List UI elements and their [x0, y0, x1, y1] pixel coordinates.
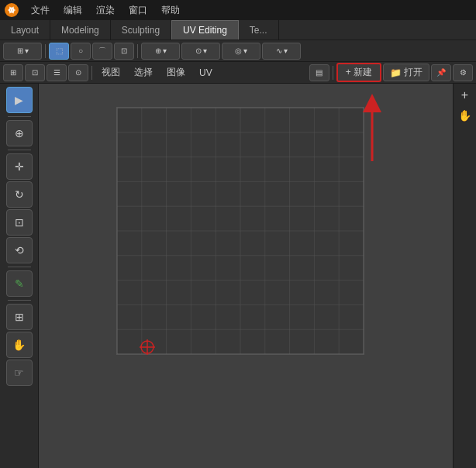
view-menu[interactable]: 视图 — [95, 64, 126, 81]
tool-grab[interactable]: ✋ — [6, 332, 33, 358]
tab-sculpting[interactable]: Sculpting — [111, 20, 171, 40]
icon1: ⊞ — [10, 68, 16, 77]
transform-icon: ⟲ — [15, 244, 24, 256]
cursor-icon: ⊕ — [155, 46, 161, 55]
zoom-in-icon: + — [461, 88, 468, 102]
sep1 — [45, 44, 46, 58]
select-more-icon: ⊡ — [121, 46, 127, 55]
uv-grid — [116, 107, 364, 355]
grab-icon: ✋ — [12, 339, 26, 351]
toolbar-row1: ⊞ ▾ ⬚ ○ ⌒ ⊡ ⊕ ▾ ⊙ ▾ ◎ ▾ ∿ ▾ — [0, 40, 476, 62]
menu-window[interactable]: 窗口 — [122, 2, 153, 19]
wave-icon: ∿ — [276, 46, 282, 55]
left-toolbar: ▶ ⊕ ✛ ↻ ⊡ ⟲ ✎ ⊞ ✋ ☞ — [0, 84, 39, 468]
wave-btn[interactable]: ∿ ▾ — [262, 43, 301, 60]
lt-sep2 — [8, 150, 31, 150]
select-lasso-icon: ⌒ — [98, 46, 106, 57]
toolbar-row2: ⊞ ⊡ ☰ ⊙ 视图 选择 图像 UV ▤ + 新建 📁 打开 📌 ⚙ — [0, 62, 476, 84]
tab-uv-editing[interactable]: UV Editing — [171, 20, 239, 40]
tabs-bar: Layout Modeling Sculpting UV Editing Te.… — [0, 20, 476, 40]
tab-modeling[interactable]: Modeling — [50, 20, 111, 40]
toolbar-icon4[interactable]: ⊙ — [68, 64, 88, 81]
move-icon: ✛ — [15, 160, 24, 173]
pan-icon: ✋ — [458, 109, 471, 122]
select-circle-icon: ○ — [78, 46, 83, 55]
settings-btn[interactable]: ⚙ — [453, 64, 473, 81]
tab-layout[interactable]: Layout — [0, 20, 50, 40]
sep2 — [137, 44, 138, 58]
editor-type-btn[interactable]: ⊞ ▾ — [3, 43, 42, 60]
uv-menu[interactable]: UV — [193, 66, 219, 80]
select-box-icon: ⬚ — [56, 46, 63, 55]
pan-btn[interactable]: ✋ — [457, 107, 474, 124]
uv-cursor — [138, 338, 153, 353]
select-circle-btn[interactable]: ○ — [71, 43, 91, 60]
right-toolbar: + ✋ — [453, 84, 476, 468]
editor-type-icon: ⊞ — [17, 46, 23, 55]
snap-icon: ⊙ — [195, 46, 202, 55]
pointer-icon: ☞ — [14, 366, 24, 379]
top-menu-bar: 文件 编辑 渲染 窗口 帮助 — [0, 0, 476, 20]
image-menu[interactable]: 图像 — [160, 64, 191, 81]
select-icon: ▶ — [15, 94, 23, 106]
menu-edit[interactable]: 编辑 — [57, 2, 88, 19]
scale-icon: ⊡ — [15, 216, 24, 229]
snap-btn[interactable]: ⊙ ▾ — [181, 43, 220, 60]
tool-cursor[interactable]: ⊕ — [6, 120, 33, 146]
sep4 — [333, 66, 333, 80]
sep3 — [91, 66, 92, 80]
toolbar-icon1[interactable]: ⊞ — [3, 64, 23, 81]
open-icon: 📁 — [390, 67, 402, 78]
image-display-icon: ▤ — [316, 68, 323, 77]
icon4: ⊙ — [75, 68, 81, 77]
proportional-btn[interactable]: ◎ ▾ — [222, 43, 260, 60]
lt-sep4 — [8, 300, 31, 301]
cursor-btn[interactable]: ⊕ ▾ — [141, 43, 180, 60]
annotate-icon: ✎ — [15, 277, 24, 290]
pin-icon: 📌 — [436, 68, 446, 77]
image-display-btn[interactable]: ▤ — [309, 64, 329, 81]
toolbar-icon3[interactable]: ☰ — [47, 64, 67, 81]
open-label: 打开 — [404, 66, 423, 79]
pin-btn[interactable]: 📌 — [431, 64, 451, 81]
tab-more[interactable]: Te... — [239, 20, 279, 40]
tool-grid[interactable]: ⊞ — [6, 304, 33, 330]
open-button[interactable]: 📁 打开 — [383, 64, 429, 81]
proportional-icon: ◎ — [235, 46, 242, 55]
cursor-tool-icon: ⊕ — [15, 127, 24, 139]
tool-move[interactable]: ✛ — [6, 153, 33, 180]
grid-icon: ⊞ — [15, 311, 24, 323]
select-box-btn[interactable]: ⬚ — [49, 43, 69, 60]
canvas-area[interactable] — [39, 84, 453, 468]
icon3: ☰ — [53, 68, 60, 77]
select-lasso-btn[interactable]: ⌒ — [92, 43, 112, 60]
tool-scale[interactable]: ⊡ — [6, 209, 33, 236]
select-menu[interactable]: 选择 — [128, 64, 159, 81]
tool-annotate[interactable]: ✎ — [6, 270, 33, 297]
tool-select[interactable]: ▶ — [6, 87, 33, 113]
zoom-in-btn[interactable]: + — [457, 87, 474, 104]
editor-type-arrow: ▾ — [25, 46, 29, 55]
icon2: ⊡ — [32, 68, 38, 77]
blender-logo — [3, 2, 20, 19]
menu-help[interactable]: 帮助 — [155, 2, 186, 19]
select-more-btn[interactable]: ⊡ — [114, 43, 134, 60]
tool-pointer[interactable]: ☞ — [6, 360, 33, 386]
tool-rotate[interactable]: ↻ — [6, 181, 33, 208]
main-area: ▶ ⊕ ✛ ↻ ⊡ ⟲ ✎ ⊞ ✋ ☞ — [0, 84, 476, 468]
toolbar-icon2[interactable]: ⊡ — [25, 64, 45, 81]
menu-render[interactable]: 渲染 — [90, 2, 121, 19]
gear-icon: ⚙ — [460, 68, 467, 77]
lt-sep3 — [8, 267, 31, 267]
new-button[interactable]: + 新建 — [336, 63, 381, 82]
tool-transform[interactable]: ⟲ — [6, 237, 33, 263]
rotate-icon: ↻ — [15, 188, 24, 201]
lt-sep1 — [8, 116, 31, 117]
menu-file[interactable]: 文件 — [25, 2, 56, 19]
